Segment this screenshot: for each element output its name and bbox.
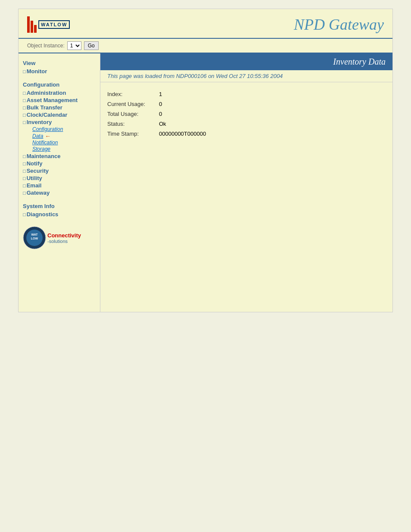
data-row-current-usage: Current Usage: 0 xyxy=(107,101,386,107)
email-link[interactable]: Email xyxy=(27,182,42,189)
value-index: 1 xyxy=(159,91,162,97)
inv-notification-link[interactable]: Notification xyxy=(32,140,96,146)
sidebar-item-bulk-transfer[interactable]: □ Bulk Transfer xyxy=(23,104,96,111)
solutions-text: -solutions xyxy=(47,239,81,244)
body-layout: View □ Monitor Configuration □ Administr… xyxy=(19,53,392,312)
sidebar-item-diagnostics[interactable]: □ Diagnostics xyxy=(23,211,96,218)
svg-text:LOW: LOW xyxy=(31,237,38,240)
data-table: Index: 1 Current Usage: 0 Total Usage: 0… xyxy=(100,87,392,145)
notify-expand-icon: □ xyxy=(23,161,26,166)
administration-link[interactable]: Administration xyxy=(27,90,66,96)
inventory-link[interactable]: Inventory xyxy=(27,119,52,125)
clock-calendar-link[interactable]: Clock/Calendar xyxy=(27,112,68,118)
admin-expand-icon: □ xyxy=(23,90,26,96)
sidebar-item-administration[interactable]: □ Administration xyxy=(23,90,96,96)
bulk-transfer-link[interactable]: Bulk Transfer xyxy=(27,104,62,111)
label-current-usage: Current Usage: xyxy=(107,101,159,107)
label-status: Status: xyxy=(107,121,159,127)
value-current-usage: 0 xyxy=(159,101,162,107)
sidebar-item-gateway[interactable]: □ Gateway xyxy=(23,190,96,196)
sidebar-system-section: System Info □ Diagnostics xyxy=(23,203,96,218)
data-row-timestamp: Time Stamp: 00000000T000000 xyxy=(107,131,386,137)
watlow-logo-icon xyxy=(27,16,37,33)
email-expand-icon: □ xyxy=(23,183,26,188)
label-total-usage: Total Usage: xyxy=(107,111,159,117)
sidebar-view-section: View □ Monitor xyxy=(23,60,96,75)
notify-link[interactable]: Notify xyxy=(27,160,43,167)
main-content: Inventory Data This page was loaded from… xyxy=(100,53,392,312)
diagnostics-expand-icon: □ xyxy=(23,212,26,217)
security-expand-icon: □ xyxy=(23,168,26,174)
label-index: Index: xyxy=(107,91,159,97)
svg-rect-0 xyxy=(27,16,30,33)
sidebar-item-notify[interactable]: □ Notify xyxy=(23,160,96,167)
sidebar-item-security[interactable]: □ Security xyxy=(23,168,96,174)
sidebar-item-clock-calendar[interactable]: □ Clock/Calendar xyxy=(23,112,96,118)
sidebar-item-asset-management[interactable]: □ Asset Management xyxy=(23,97,96,103)
value-status: Ok xyxy=(159,121,166,127)
clock-expand-icon: □ xyxy=(23,112,26,118)
connectivity-text: Connectivity xyxy=(47,232,81,239)
current-arrow-icon: ← xyxy=(45,133,51,140)
asset-management-link[interactable]: Asset Management xyxy=(27,97,78,103)
sidebar-item-monitor[interactable]: □ Monitor xyxy=(23,68,96,75)
svg-rect-2 xyxy=(34,25,37,33)
monitor-expand-icon: □ xyxy=(23,69,26,74)
svg-text:WAT: WAT xyxy=(31,233,38,236)
sidebar-item-utility[interactable]: □ Utility xyxy=(23,175,96,181)
content-header: Inventory Data xyxy=(100,53,392,70)
sidebar-item-email[interactable]: □ Email xyxy=(23,182,96,189)
sidebar-item-maintenance[interactable]: □ Maintenance xyxy=(23,153,96,159)
svg-rect-1 xyxy=(31,21,33,33)
utility-link[interactable]: Utility xyxy=(27,175,42,181)
connectivity-logo-svg: WAT LOW xyxy=(23,226,47,250)
view-heading: View xyxy=(23,60,96,66)
content-subtitle: This page was loaded from NDP000106 on W… xyxy=(100,70,392,82)
watlow-logo: WATLOW xyxy=(27,16,70,33)
data-row-total-usage: Total Usage: 0 xyxy=(107,111,386,117)
data-row-status: Status: Ok xyxy=(107,121,386,127)
diagnostics-link[interactable]: Diagnostics xyxy=(27,211,59,218)
sidebar: View □ Monitor Configuration □ Administr… xyxy=(19,53,100,312)
inventory-expand-icon: □ xyxy=(23,120,26,125)
maintenance-expand-icon: □ xyxy=(23,154,26,159)
sidebar-item-inventory[interactable]: □ Inventory xyxy=(23,119,96,125)
label-timestamp: Time Stamp: xyxy=(107,131,159,137)
value-timestamp: 00000000T000000 xyxy=(159,131,206,137)
value-total-usage: 0 xyxy=(159,111,162,117)
configuration-heading: Configuration xyxy=(23,81,96,88)
gateway-link[interactable]: Gateway xyxy=(27,190,50,196)
inv-storage-link[interactable]: Storage xyxy=(32,146,96,152)
connectivity-logo: WAT LOW Connectivity -solutions xyxy=(23,226,96,250)
header: WATLOW NPD Gateway xyxy=(19,9,392,39)
data-row-index: Index: 1 xyxy=(107,91,386,97)
watlow-text: WATLOW xyxy=(38,20,70,29)
object-instance-label: Object Instance: xyxy=(27,43,65,49)
utility-expand-icon: □ xyxy=(23,176,26,181)
system-info-heading: System Info xyxy=(23,203,96,209)
bulk-expand-icon: □ xyxy=(23,105,26,110)
inventory-sub-menu: Configuration Data ← Notification Storag… xyxy=(23,126,96,152)
object-instance-select[interactable]: 1 2 3 xyxy=(67,41,81,50)
inv-data-current: Data ← xyxy=(32,133,96,140)
object-instance-bar: Object Instance: 1 2 3 Go xyxy=(19,39,392,53)
gateway-expand-icon: □ xyxy=(23,190,26,196)
sidebar-config-section: Configuration □ Administration □ Asset M… xyxy=(23,81,96,196)
maintenance-link[interactable]: Maintenance xyxy=(27,153,61,159)
inv-configuration-link[interactable]: Configuration xyxy=(32,126,96,132)
app-title: NPD Gateway xyxy=(294,16,384,34)
security-link[interactable]: Security xyxy=(27,168,49,174)
inv-data-link[interactable]: Data xyxy=(32,133,43,139)
asset-expand-icon: □ xyxy=(23,98,26,103)
go-button[interactable]: Go xyxy=(84,41,99,50)
sidebar-footer: WAT LOW Connectivity -solutions xyxy=(23,226,96,250)
logo-area: WATLOW xyxy=(27,16,70,33)
monitor-link[interactable]: Monitor xyxy=(27,68,47,75)
